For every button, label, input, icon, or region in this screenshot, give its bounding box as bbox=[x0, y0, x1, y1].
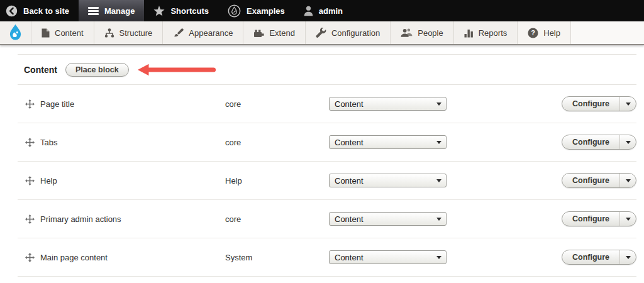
region-select-value: Content bbox=[335, 176, 364, 186]
configure-button[interactable]: Configure bbox=[562, 212, 619, 226]
svg-text:?: ? bbox=[531, 29, 535, 36]
chevron-down-icon bbox=[626, 103, 631, 106]
sitemap-icon bbox=[104, 28, 114, 38]
chevron-down-icon bbox=[436, 218, 441, 221]
menu-item-content[interactable]: Content bbox=[31, 21, 94, 44]
back-to-site-label: Back to site bbox=[23, 6, 69, 16]
region-select[interactable]: Content bbox=[329, 135, 447, 149]
toolbar-item-manage[interactable]: Manage bbox=[79, 0, 144, 21]
block-label: Page title bbox=[40, 99, 225, 109]
menu-people-label: People bbox=[418, 28, 443, 38]
table-row: Main page content System Content Configu… bbox=[18, 238, 636, 277]
back-to-site-button[interactable]: Back to site bbox=[0, 0, 79, 21]
drupal-home-button[interactable] bbox=[0, 21, 31, 44]
configure-dropbutton: Configure bbox=[562, 250, 636, 265]
admin-menu-tray: Content Structure Appearance bbox=[0, 21, 644, 45]
drag-handle-icon[interactable] bbox=[25, 99, 40, 109]
region-select[interactable]: Content bbox=[329, 250, 447, 264]
configure-button[interactable]: Configure bbox=[562, 174, 619, 187]
block-provider: Help bbox=[225, 176, 329, 186]
table-row: Page title core Content Configure bbox=[18, 85, 636, 123]
configure-button[interactable]: Configure bbox=[562, 97, 619, 111]
region-select-value: Content bbox=[335, 99, 364, 109]
menu-item-configuration[interactable]: Configuration bbox=[306, 21, 391, 44]
menu-content-label: Content bbox=[55, 28, 84, 38]
configure-dropbutton: Configure bbox=[562, 211, 636, 226]
region-select-value: Content bbox=[335, 253, 364, 262]
help-circle-icon: ? bbox=[528, 28, 538, 38]
configure-toggle-button[interactable] bbox=[619, 250, 636, 264]
block-provider: core bbox=[225, 99, 329, 109]
region-select[interactable]: Content bbox=[329, 174, 447, 187]
menu-item-structure[interactable]: Structure bbox=[94, 21, 164, 44]
drag-handle-icon[interactable] bbox=[25, 253, 40, 262]
menu-appearance-label: Appearance bbox=[189, 28, 233, 38]
chevron-down-icon bbox=[626, 218, 631, 221]
block-label: Help bbox=[40, 176, 225, 186]
menu-help-label: Help bbox=[543, 28, 560, 38]
table-row: Tabs core Content Configure bbox=[18, 123, 636, 162]
tray-empty-space bbox=[571, 21, 644, 44]
table-row: Primary admin actions core Content Confi… bbox=[18, 200, 636, 238]
menu-item-people[interactable]: People bbox=[391, 21, 453, 44]
wrench-icon bbox=[316, 28, 326, 38]
menu-extend-label: Extend bbox=[269, 28, 294, 38]
examples-label: Examples bbox=[247, 6, 285, 16]
hamburger-icon bbox=[88, 7, 99, 15]
block-label: Tabs bbox=[40, 138, 225, 147]
drag-handle-icon[interactable] bbox=[25, 214, 40, 224]
chevron-down-icon bbox=[436, 179, 441, 182]
configure-button[interactable]: Configure bbox=[562, 135, 619, 149]
block-provider: core bbox=[225, 138, 329, 147]
back-icon bbox=[6, 5, 18, 17]
region-select-value: Content bbox=[335, 138, 364, 147]
chevron-down-icon bbox=[626, 179, 631, 182]
menu-reports-label: Reports bbox=[479, 28, 508, 38]
star-icon bbox=[153, 6, 165, 16]
menu-structure-label: Structure bbox=[119, 28, 153, 38]
region-select-value: Content bbox=[335, 214, 364, 224]
drag-handle-icon[interactable] bbox=[25, 138, 40, 147]
menu-item-extend[interactable]: Extend bbox=[243, 21, 305, 44]
toolbar-item-admin-user[interactable]: admin bbox=[294, 0, 352, 21]
configure-dropbutton: Configure bbox=[562, 173, 636, 188]
toolbar-item-examples[interactable]: Examples bbox=[218, 0, 294, 21]
region-header-content: Content Place block bbox=[18, 54, 636, 85]
chevron-down-icon bbox=[626, 141, 631, 144]
chevron-down-icon bbox=[436, 256, 441, 259]
chevron-down-icon bbox=[436, 141, 441, 144]
shortcuts-label: Shortcuts bbox=[170, 6, 209, 16]
droplet-outline-icon bbox=[228, 4, 241, 18]
blocks-table: Page title core Content Configure Tabs c… bbox=[18, 85, 636, 277]
menu-item-appearance[interactable]: Appearance bbox=[163, 21, 243, 44]
configure-toggle-button[interactable] bbox=[619, 174, 636, 187]
place-block-button[interactable]: Place block bbox=[65, 63, 129, 77]
toolbar-item-shortcuts[interactable]: Shortcuts bbox=[144, 0, 218, 21]
module-icon bbox=[253, 28, 264, 38]
bar-chart-icon bbox=[464, 28, 474, 38]
region-select[interactable]: Content bbox=[329, 212, 447, 226]
configure-dropbutton: Configure bbox=[562, 96, 636, 111]
table-row: Help Help Content Configure bbox=[18, 162, 636, 200]
file-icon bbox=[42, 28, 50, 38]
red-arrow-annotation-icon bbox=[138, 63, 216, 77]
menu-item-reports[interactable]: Reports bbox=[454, 21, 518, 44]
menu-item-help[interactable]: ? Help bbox=[518, 21, 571, 44]
configure-toggle-button[interactable] bbox=[619, 97, 636, 111]
configure-toggle-button[interactable] bbox=[619, 135, 636, 149]
block-label: Main page content bbox=[40, 253, 225, 262]
people-icon bbox=[401, 28, 413, 38]
configure-toggle-button[interactable] bbox=[619, 212, 636, 226]
configure-button[interactable]: Configure bbox=[562, 250, 619, 264]
region-title: Content bbox=[24, 65, 57, 75]
user-icon bbox=[304, 6, 313, 16]
manage-label: Manage bbox=[104, 6, 135, 16]
menu-configuration-label: Configuration bbox=[331, 28, 380, 38]
paintbrush-icon bbox=[173, 28, 184, 38]
region-select[interactable]: Content bbox=[329, 97, 447, 111]
block-layout-content: Content Place block Page title core Cont… bbox=[0, 45, 644, 277]
block-label: Primary admin actions bbox=[40, 214, 225, 224]
drupal-logo-icon bbox=[7, 24, 24, 42]
configure-dropbutton: Configure bbox=[562, 135, 636, 150]
drag-handle-icon[interactable] bbox=[25, 176, 40, 186]
